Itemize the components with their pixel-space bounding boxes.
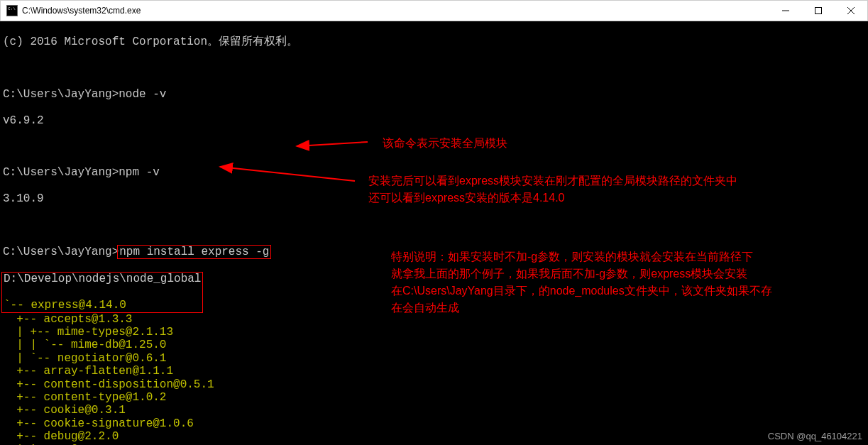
tree-line: +-- array-flatten@1.1.1 <box>3 365 865 378</box>
window-controls <box>769 1 867 21</box>
annotation-text: 该命令表示安装全局模块 <box>383 137 507 149</box>
tree-line: +-- cookie@0.3.1 <box>3 404 865 417</box>
arrow-icon <box>213 160 362 188</box>
express-line: `-- express@4.14.0 <box>4 299 201 312</box>
command-node-v: node -v <box>119 88 166 101</box>
output-boxed: D:\Develop\nodejs\node_global `-- expres… <box>1 272 203 312</box>
minimize-button[interactable] <box>769 1 802 21</box>
svg-rect-1 <box>815 8 822 14</box>
tree-line: | `-- negotiator@0.6.1 <box>3 352 865 365</box>
output-node-version: v6.9.2 <box>3 114 865 127</box>
close-button[interactable] <box>835 1 867 21</box>
annotation-2: 安装完后可以看到express模块安装在刚才配置的全局模块路径的文件夹中 还可以… <box>368 172 851 207</box>
tree-line: +-- cookie-signature@1.0.6 <box>3 417 865 430</box>
dependency-tree: +-- accepts@1.3.3 | +-- mime-types@2.1.1… <box>3 313 865 445</box>
command-npm-v: npm -v <box>119 166 160 179</box>
annotation-text: 还可以看到express安装的版本是4.14.0 <box>368 192 565 204</box>
svg-line-5 <box>297 142 368 146</box>
cmd-icon <box>6 5 18 16</box>
annotation-text: 在会自动生成 <box>391 302 459 314</box>
watermark: CSDN @qq_46104221 <box>768 432 862 442</box>
annotation-1: 该命令表示安装全局模块 <box>383 135 507 152</box>
window-title: C:\Windows\system32\cmd.exe <box>22 6 141 16</box>
command-npm-install: npm install express -g <box>119 246 269 258</box>
tree-line: +-- content-type@1.0.2 <box>3 391 865 404</box>
annotation-text: 特别说明：如果安装时不加-g参数，则安装的模块就会安装在当前路径下 <box>391 251 753 263</box>
copyright-line: (c) 2016 Microsoft Corporation。保留所有权利。 <box>3 35 865 48</box>
annotation-3: 特别说明：如果安装时不加-g参数，则安装的模块就会安装在当前路径下 就拿我上面的… <box>391 248 859 317</box>
annotation-text: 在C:\Users\JayYang目录下，的node_modules文件夹中，该… <box>391 285 772 297</box>
command-boxed: npm install express -g <box>117 245 271 259</box>
prompt: C:\Users\JayYang> <box>3 166 119 179</box>
terminal-output[interactable]: (c) 2016 Microsoft Corporation。保留所有权利。 C… <box>0 21 868 445</box>
svg-line-7 <box>220 167 355 181</box>
maximize-button[interactable] <box>802 1 835 21</box>
prompt: C:\Users\JayYang> <box>3 246 119 258</box>
tree-line: | | `-- mime-db@1.25.0 <box>3 339 865 351</box>
annotation-text: 安装完后可以看到express模块安装在刚才配置的全局模块路径的文件夹中 <box>368 175 737 187</box>
annotation-text: 就拿我上面的那个例子，如果我后面不加-g参数，则express模块会安装 <box>391 268 747 280</box>
arrow-icon <box>290 133 375 155</box>
tree-line: +-- debug@2.2.0 <box>3 430 865 443</box>
window-titlebar: C:\Windows\system32\cmd.exe <box>0 0 868 21</box>
global-path: D:\Develop\nodejs\node_global <box>4 273 201 285</box>
tree-line: +-- content-disposition@0.5.1 <box>3 378 865 391</box>
tree-line: | +-- mime-types@2.1.13 <box>3 326 865 339</box>
prompt: C:\Users\JayYang> <box>3 88 119 101</box>
